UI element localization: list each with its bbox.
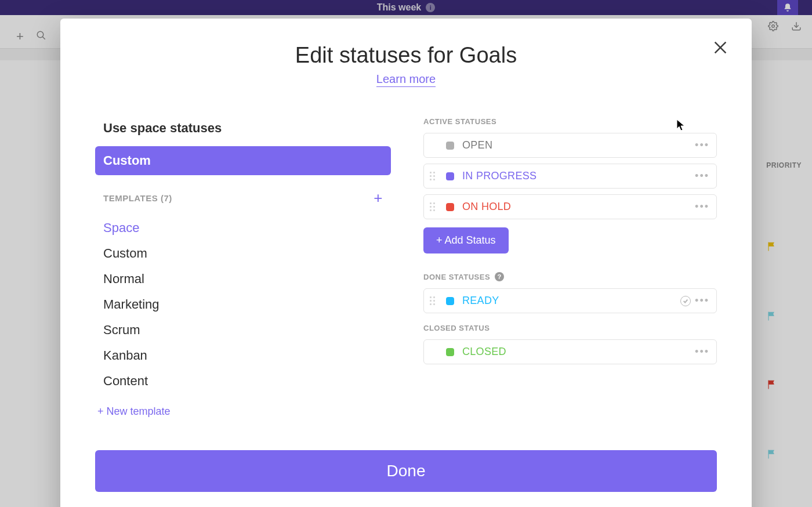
row-more-icon[interactable]: ••• [695,170,709,182]
status-row[interactable]: CLOSED••• [423,339,717,364]
template-item[interactable]: Space [95,215,391,241]
modal-title: Edit statuses for Goals [95,43,717,68]
status-row[interactable]: IN PROGRESS••• [423,164,717,189]
done-button[interactable]: Done [95,450,717,492]
done-statuses-label: DONE STATUSES [423,273,490,281]
closed-status-label: CLOSED STATUS [423,324,717,332]
modal-overlay: Edit statuses for Goals Learn more Use s… [0,0,812,507]
status-row[interactable]: READY••• [423,288,717,313]
edit-statuses-modal: Edit statuses for Goals Learn more Use s… [60,19,752,507]
use-space-statuses-option[interactable]: Use space statuses [95,117,391,139]
status-name: ON HOLD [462,201,511,213]
status-color-swatch[interactable] [446,348,454,356]
row-more-icon[interactable]: ••• [695,295,709,307]
check-circle-icon[interactable] [680,296,691,306]
new-template-link[interactable]: + New template [95,405,391,418]
status-color-swatch[interactable] [446,203,454,211]
status-name: CLOSED [462,346,506,358]
drag-handle-icon[interactable] [430,172,438,180]
status-name: READY [462,295,499,307]
status-row[interactable]: OPEN••• [423,133,717,158]
templates-label: TEMPLATES (7) [103,193,172,203]
template-item[interactable]: Normal [95,266,391,292]
status-name: IN PROGRESS [462,170,536,182]
drag-handle-icon[interactable] [430,202,438,211]
template-item[interactable]: Scrum [95,317,391,343]
row-more-icon[interactable]: ••• [695,139,709,151]
template-item[interactable]: Marketing [95,292,391,317]
template-item[interactable]: Custom [95,241,391,266]
status-row[interactable]: ON HOLD••• [423,194,717,219]
add-template-icon[interactable]: + [374,189,383,207]
row-more-icon[interactable]: ••• [695,201,709,213]
template-item[interactable]: Kanban [95,343,391,368]
row-more-icon[interactable]: ••• [695,346,709,358]
add-status-button[interactable]: + Add Status [423,227,509,253]
status-color-swatch[interactable] [446,297,454,305]
learn-more-link[interactable]: Learn more [376,73,436,87]
template-item[interactable]: Content [95,368,391,394]
help-icon[interactable]: ? [495,272,504,281]
drag-handle-icon[interactable] [430,296,438,305]
status-color-swatch[interactable] [446,142,454,150]
status-color-swatch[interactable] [446,172,454,180]
custom-option-selected[interactable]: Custom [95,146,391,175]
active-statuses-label: ACTIVE STATUSES [423,117,717,126]
close-button[interactable] [709,36,732,59]
status-name: OPEN [462,139,492,151]
